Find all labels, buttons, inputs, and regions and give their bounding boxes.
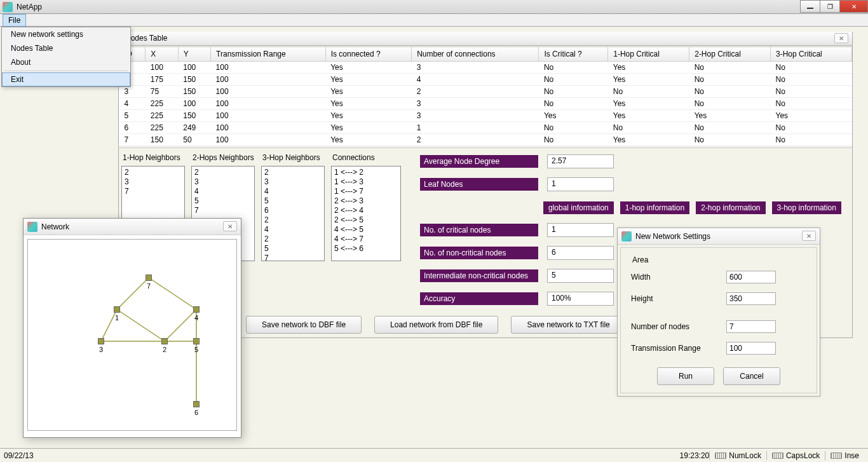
menu-file[interactable]: File (3, 14, 26, 27)
btn-cancel[interactable]: Cancel (723, 367, 780, 385)
table-header[interactable]: Y (178, 47, 210, 62)
btn-2hop-info[interactable]: 2-hop information (696, 201, 765, 214)
input-height[interactable] (726, 292, 776, 305)
table-cell: 2 (412, 86, 539, 98)
label-width: Width (631, 273, 726, 282)
table-row[interactable]: 715050100Yes2NoYesNoNo (119, 134, 852, 146)
list-item[interactable]: 4 <---> 7 (334, 234, 398, 244)
table-row[interactable]: 4225100100Yes3NoYesNoNo (119, 98, 852, 110)
list-item[interactable]: 2 (264, 168, 322, 177)
table-cell: Yes (325, 134, 412, 146)
graph-edge (117, 278, 149, 309)
label-2hop: 2-Hops Neighbors (191, 153, 255, 162)
list-item[interactable]: 2 <---> 5 (334, 215, 398, 225)
btn-global-info[interactable]: global information (543, 201, 614, 214)
network-window-close[interactable]: ✕ (223, 221, 237, 231)
table-header[interactable]: X (146, 47, 178, 62)
graph-node[interactable] (193, 338, 200, 344)
list-item[interactable]: 5 (194, 196, 252, 206)
list-item[interactable]: 3 (264, 177, 322, 187)
table-row[interactable]: 2175150100Yes4NoYesNoNo (119, 74, 852, 86)
menu-new-network-settings[interactable]: New network settings (2, 27, 130, 41)
list-item[interactable]: 4 <---> 5 (334, 225, 398, 234)
list-item[interactable]: 7 (194, 206, 252, 215)
menu-exit[interactable]: Exit (2, 72, 130, 86)
list-item[interactable]: 2 <---> 3 (334, 196, 398, 206)
table-row[interactable]: 1100100100Yes3NoYesNoNo (119, 62, 852, 74)
btn-run[interactable]: Run (657, 367, 714, 385)
table-header[interactable]: 2-Hop Critical (689, 47, 771, 62)
listbox-connections[interactable]: 1 <---> 21 <---> 31 <---> 72 <---> 32 <-… (331, 166, 401, 261)
list-item[interactable]: 1 <---> 3 (334, 177, 398, 187)
list-item[interactable]: 1 <---> 2 (334, 168, 398, 177)
table-cell: 150 (178, 74, 210, 86)
btn-3hop-info[interactable]: 3-hop information (772, 201, 841, 214)
panel-close-button[interactable]: ✕ (834, 33, 848, 43)
input-num-nodes[interactable] (726, 320, 776, 333)
graph-node[interactable] (114, 306, 120, 313)
network-window-titlebar[interactable]: Network ✕ (24, 219, 241, 235)
listbox-3hop[interactable]: 2345624257 (261, 166, 325, 261)
graph-node[interactable] (146, 275, 152, 281)
list-item[interactable]: 5 (264, 244, 322, 254)
table-header[interactable]: Is Critical ? (539, 47, 608, 62)
list-item[interactable]: 2 (264, 215, 322, 225)
table-cell: No (539, 122, 608, 134)
nodes-table-scroll[interactable]: IDXYTransmission RangeIs connected ?Numb… (119, 46, 852, 148)
table-cell: 150 (178, 86, 210, 98)
list-item[interactable]: 5 <---> 6 (334, 244, 398, 254)
graph-node[interactable] (161, 338, 168, 344)
list-item[interactable]: 2 <---> 4 (334, 206, 398, 215)
table-row[interactable]: 5225150100Yes3YesYesYesYes (119, 110, 852, 122)
info-button-row: global information 1-hop information 2-h… (543, 201, 841, 214)
list-item[interactable]: 4 (194, 187, 252, 196)
table-cell: 1 (412, 122, 539, 134)
list-item[interactable]: 5 (264, 196, 322, 206)
list-item[interactable]: 7 (264, 254, 322, 261)
list-item[interactable]: 3 (125, 177, 182, 187)
menu-about[interactable]: About (2, 55, 130, 69)
table-cell: No (539, 86, 608, 98)
status-time: 19:23:20 (680, 451, 710, 460)
settings-modal-titlebar[interactable]: New Network Settings ✕ (618, 228, 820, 245)
network-window[interactable]: Network ✕ 1234567 (23, 218, 241, 438)
input-width[interactable] (726, 271, 776, 283)
list-item[interactable]: 7 (125, 187, 182, 196)
menubar: File (0, 14, 868, 27)
list-item[interactable]: 6 (264, 206, 322, 215)
btn-1hop-info[interactable]: 1-hop information (620, 201, 689, 214)
list-item[interactable]: 4 (264, 225, 322, 234)
keyboard-icon (715, 452, 726, 459)
new-network-settings-modal: New Network Settings ✕ Area Width Height… (617, 228, 820, 397)
input-transmission-range[interactable] (726, 342, 776, 355)
list-item[interactable]: 1 <---> 7 (334, 187, 398, 196)
keyboard-icon (831, 452, 842, 459)
table-header[interactable]: Transmission Range (211, 47, 326, 62)
list-item[interactable]: 2 (264, 234, 322, 244)
table-cell: 100 (211, 98, 326, 110)
graph-node[interactable] (193, 306, 200, 313)
btn-load-dbf[interactable]: Load network from DBF file (374, 316, 498, 334)
settings-modal-close[interactable]: ✕ (802, 231, 816, 241)
btn-save-dbf[interactable]: Save network to DBF file (246, 316, 362, 334)
minimize-button[interactable] (800, 0, 820, 13)
graph-node[interactable] (193, 401, 200, 407)
list-item[interactable]: 4 (264, 187, 322, 196)
table-cell: Yes (539, 110, 608, 122)
close-button[interactable]: ✕ (839, 0, 868, 13)
table-cell: 7 (119, 134, 146, 146)
maximize-button[interactable]: ❐ (820, 0, 840, 13)
table-row[interactable]: 375150100Yes2NoNoNoNo (119, 86, 852, 98)
menu-nodes-table[interactable]: Nodes Table (2, 41, 130, 55)
list-item[interactable]: 3 (194, 177, 252, 187)
table-header[interactable]: Is connected ? (325, 47, 412, 62)
table-header[interactable]: 1-Hop Critical (608, 47, 689, 62)
table-header[interactable]: Number of connections (412, 47, 539, 62)
table-row[interactable]: 6225249100Yes1NoNoNoNo (119, 122, 852, 134)
list-item[interactable]: 2 (194, 168, 252, 177)
list-item[interactable]: 2 (125, 168, 182, 177)
graph-node[interactable] (98, 338, 104, 344)
btn-save-txt[interactable]: Save network to TXT file (511, 316, 625, 334)
table-cell: Yes (608, 74, 689, 86)
table-header[interactable]: 3-Hop Critical (771, 47, 852, 62)
